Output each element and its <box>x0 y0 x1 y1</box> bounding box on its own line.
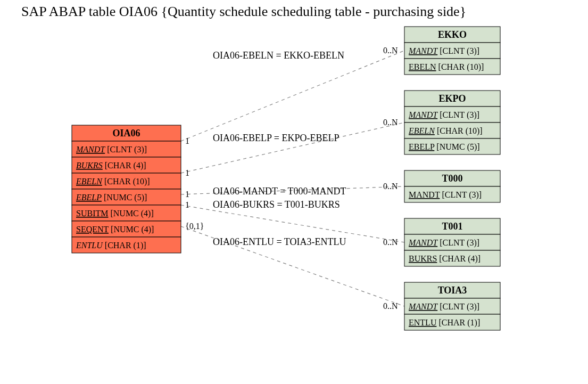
table-header-oia06: OIA06 <box>112 128 140 138</box>
cardinality-left: 1 <box>185 200 189 209</box>
diagram-title: SAP ABAP table OIA06 {Quantity schedule … <box>21 4 466 19</box>
cardinality-left: {0,1} <box>185 222 204 231</box>
connector <box>181 122 404 173</box>
table-header-ekpo: EKPO <box>438 93 466 104</box>
cardinality-right: 0..N <box>383 182 398 191</box>
table-field: MANDT [CLNT (3)] <box>409 190 482 200</box>
table-field: EBELP [NUMC (5)] <box>409 142 480 152</box>
table-ekko: EKKOMANDT [CLNT (3)]EBELN [CHAR (10)] <box>404 27 500 75</box>
table-toia3: TOIA3MANDT [CLNT (3)]ENTLU [CHAR (1)] <box>404 282 500 330</box>
connectors <box>181 51 404 306</box>
erd-diagram: SAP ABAP table OIA06 {Quantity schedule … <box>0 0 588 384</box>
cardinality-left: 1 <box>185 190 189 199</box>
table-field: MANDT [CLNT (3)] <box>408 46 479 56</box>
relation-label: OIA06-ENTLU = TOIA3-ENTLU <box>213 236 346 247</box>
table-header-t001: T001 <box>442 221 462 232</box>
table-oia06: OIA06MANDT [CLNT (3)]BUKRS [CHAR (4)]EBE… <box>72 125 181 253</box>
table-field: EBELN [CHAR (10)] <box>408 126 483 136</box>
table-header-t000: T000 <box>442 173 462 184</box>
table-header-ekko: EKKO <box>438 29 467 40</box>
cardinality-right: 0..N <box>383 118 398 127</box>
table-field: MANDT [CLNT (3)] <box>408 110 479 120</box>
table-field: EBELN [CHAR (10)] <box>76 177 150 186</box>
table-t001: T001MANDT [CLNT (3)]BUKRS [CHAR (4)] <box>404 218 500 266</box>
relation-label: OIA06-BUKRS = T001-BUKRS <box>213 199 340 210</box>
table-t000: T000MANDT [CLNT (3)] <box>404 170 500 202</box>
relation-label: OIA06-EBELN = EKKO-EBELN <box>213 50 344 61</box>
table-field: MANDT [CLNT (3)] <box>76 145 147 154</box>
cardinality-right: 0..N <box>383 301 398 311</box>
table-field: SEQENT [NUMC (4)] <box>76 225 154 234</box>
relation-label: OIA06-EBELP = EKPO-EBELP <box>213 133 339 143</box>
table-field: ENTLU [CHAR (1)] <box>76 241 146 250</box>
table-field: BUKRS [CHAR (4)] <box>409 254 481 264</box>
cardinality-right: 0..N <box>383 46 398 55</box>
table-field: MANDT [CLNT (3)] <box>408 302 479 312</box>
connector <box>181 51 404 141</box>
cardinality-left: 1 <box>185 136 189 145</box>
cardinality-left: 1 <box>185 168 189 177</box>
table-ekpo: EKPOMANDT [CLNT (3)]EBELN [CHAR (10)]EBE… <box>404 91 500 154</box>
cardinality-right: 0..N <box>383 238 398 247</box>
relation-label: OIA06-MANDT = T000-MANDT <box>213 186 346 197</box>
table-field: EBELP [NUMC (5)] <box>76 193 147 202</box>
table-field: BUKRS [CHAR (4)] <box>76 161 146 170</box>
table-field: EBELN [CHAR (10)] <box>409 62 484 72</box>
table-header-toia3: TOIA3 <box>438 285 467 296</box>
table-field: SUBITM [NUMC (4)] <box>76 209 154 218</box>
table-field: ENTLU [CHAR (1)] <box>409 318 480 328</box>
table-field: MANDT [CLNT (3)] <box>408 238 479 248</box>
